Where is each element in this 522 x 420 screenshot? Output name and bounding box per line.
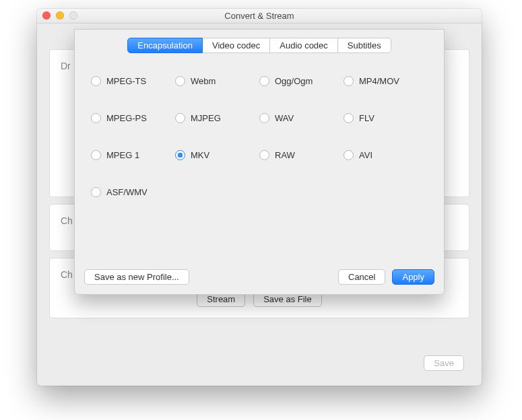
- titlebar: Convert & Stream: [37, 9, 482, 24]
- window-title: Convert & Stream: [224, 11, 294, 21]
- radio-icon: [91, 187, 101, 197]
- apply-button[interactable]: Apply: [392, 269, 434, 285]
- close-icon[interactable]: [42, 11, 51, 20]
- radio-icon: [259, 113, 269, 123]
- radio-mpeg-ps[interactable]: MPEG-PS: [91, 113, 175, 123]
- tab-audio-codec[interactable]: Audio codec: [270, 38, 338, 53]
- radio-asf[interactable]: ASF/WMV: [91, 187, 175, 197]
- radio-icon: [91, 113, 101, 123]
- radio-label: FLV: [359, 113, 374, 123]
- tab-subtitles[interactable]: Subtitles: [338, 38, 391, 53]
- radio-mpeg1[interactable]: MPEG 1: [91, 150, 175, 160]
- radio-icon: [259, 150, 269, 160]
- radio-label: WAV: [275, 113, 294, 123]
- radio-label: ASF/WMV: [106, 187, 148, 197]
- radio-label: Ogg/Ogm: [275, 76, 313, 86]
- radio-avi[interactable]: AVI: [344, 150, 428, 160]
- radio-icon: [175, 76, 185, 86]
- radio-icon: [175, 150, 185, 160]
- radio-icon: [344, 150, 354, 160]
- radio-icon: [91, 150, 101, 160]
- radio-label: MPEG-PS: [106, 113, 147, 123]
- tab-bar: Encapsulation Video codec Audio codec Su…: [75, 38, 444, 53]
- radio-label: MJPEG: [191, 113, 221, 123]
- radio-mpeg-ts[interactable]: MPEG-TS: [91, 76, 175, 86]
- main-window: Convert & Stream Dr Ch Ch Stream Save as…: [37, 9, 482, 386]
- save-button: Save: [424, 355, 464, 371]
- radio-webm[interactable]: Webm: [175, 76, 259, 86]
- sheet-button-row: Save as new Profile... Cancel Apply: [84, 269, 434, 285]
- window-controls: [42, 11, 77, 20]
- radio-icon: [91, 76, 101, 86]
- save-profile-button[interactable]: Save as new Profile...: [84, 269, 189, 285]
- radio-icon: [344, 113, 354, 123]
- radio-flv[interactable]: FLV: [344, 113, 428, 123]
- minimize-icon[interactable]: [56, 11, 64, 20]
- radio-ogg[interactable]: Ogg/Ogm: [259, 76, 344, 86]
- radio-label: Webm: [191, 76, 216, 86]
- radio-icon: [344, 76, 354, 86]
- radio-icon: [259, 76, 269, 86]
- radio-label: MP4/MOV: [359, 76, 399, 86]
- radio-mkv[interactable]: MKV: [175, 150, 259, 160]
- tab-encapsulation[interactable]: Encapsulation: [127, 38, 203, 53]
- radio-label: MKV: [191, 150, 209, 160]
- radio-mp4[interactable]: MP4/MOV: [344, 76, 428, 86]
- radio-label: MPEG-TS: [106, 76, 146, 86]
- cancel-button[interactable]: Cancel: [338, 269, 385, 285]
- zoom-icon: [69, 11, 77, 20]
- format-radio-group: MPEG-TSWebmOgg/OgmMP4/MOVMPEG-PSMJPEGWAV…: [75, 53, 444, 204]
- tab-video-codec[interactable]: Video codec: [203, 38, 270, 53]
- profile-sheet: Encapsulation Video codec Audio codec Su…: [74, 29, 445, 295]
- radio-mjpeg[interactable]: MJPEG: [175, 113, 259, 123]
- radio-label: MPEG 1: [106, 150, 139, 160]
- radio-wav[interactable]: WAV: [259, 113, 344, 123]
- radio-icon: [175, 113, 185, 123]
- radio-raw[interactable]: RAW: [259, 150, 344, 160]
- radio-label: RAW: [275, 150, 295, 160]
- radio-label: AVI: [359, 150, 372, 160]
